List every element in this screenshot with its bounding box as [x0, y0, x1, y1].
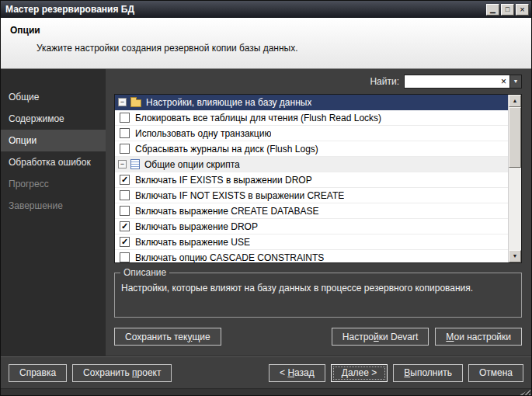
window-frame-bottom	[1, 388, 531, 395]
page-title: Опции	[10, 25, 522, 36]
execute-button[interactable]: Выполнить	[393, 364, 463, 382]
script-icon	[130, 159, 140, 169]
option-row[interactable]: ✓ Включать выражение DROP	[115, 219, 508, 234]
sidebar-item-content[interactable]: Содержимое	[1, 108, 106, 130]
option-row[interactable]: ✓ Блокировать все таблицы для чтения (Fl…	[115, 110, 508, 126]
option-group-database[interactable]: − Настройки, влияющие на базу данных	[115, 95, 508, 110]
collapse-icon[interactable]: −	[118, 98, 127, 106]
options-page: Найти: × ▼ − Настройки, влияющие на базу…	[106, 69, 531, 356]
option-label: Включать выражение CREATE DATABASE	[135, 206, 319, 217]
cancel-button[interactable]: Отмена	[468, 364, 523, 382]
option-row[interactable]: ✓ Включать IF NOT EXISTS в выражении CRE…	[115, 188, 508, 203]
option-row[interactable]: ✓ Использовать одну транзакцию	[115, 126, 508, 141]
check-icon: ✓	[120, 222, 129, 231]
option-row[interactable]: ✓ Включать IF EXISTS в выражении DROP	[115, 172, 508, 188]
group-label: Настройки, влияющие на базу данных	[146, 97, 311, 108]
dialog-window: Мастер резервирования БД ▁ □ × Опции Ука…	[0, 0, 532, 396]
sidebar-item-error-handling[interactable]: Обработка ошибок	[1, 151, 106, 173]
description-title: Описание	[120, 267, 169, 278]
option-group-script[interactable]: − Общие опции скрипта	[115, 157, 508, 172]
options-list: − Настройки, влияющие на базу данных ✓ Б…	[114, 94, 522, 263]
option-label: Блокировать все таблицы для чтения (Flus…	[135, 113, 381, 123]
checkbox[interactable]: ✓	[120, 206, 130, 216]
checkbox[interactable]: ✓	[120, 237, 130, 247]
option-label: Сбрасывать журналы на диск (Flush Logs)	[135, 144, 318, 155]
minimize-button[interactable]: ▁	[486, 4, 499, 16]
title-bar[interactable]: Мастер резервирования БД ▁ □ ×	[1, 1, 531, 18]
option-label: Включать выражение USE	[135, 237, 250, 248]
scroll-up-icon[interactable]: ▲	[509, 95, 521, 107]
checkbox[interactable]: ✓	[120, 144, 130, 154]
collapse-icon[interactable]: −	[118, 160, 127, 168]
back-button[interactable]: < Назад	[269, 364, 325, 382]
search-input[interactable]	[405, 76, 498, 87]
option-label: Использовать одну транзакцию	[135, 128, 271, 139]
check-icon: ✓	[120, 238, 129, 246]
checkbox[interactable]: ✓	[120, 128, 130, 138]
devart-settings-button[interactable]: Настройки Devart	[332, 328, 429, 346]
scrollbar-track[interactable]	[509, 107, 521, 250]
checkbox[interactable]: ✓	[120, 252, 130, 262]
maximize-button[interactable]: □	[501, 4, 514, 16]
option-label: Включать IF NOT EXISTS в выражении CREAT…	[135, 190, 344, 201]
checkbox[interactable]: ✓	[120, 221, 130, 231]
next-button[interactable]: Далее >	[331, 364, 388, 382]
scrollbar-thumb[interactable]	[509, 107, 521, 168]
search-dropdown-icon[interactable]: ▼	[509, 75, 521, 88]
sidebar-item-general[interactable]: Общие	[1, 86, 106, 108]
option-label: Включать выражение DROP	[135, 221, 258, 232]
option-label: Включать IF EXISTS в выражении DROP	[135, 175, 312, 186]
scroll-down-icon[interactable]: ▼	[509, 250, 521, 262]
description-text: Настройки, которые влияют на базу данных…	[121, 283, 515, 294]
sidebar-item-progress[interactable]: Прогресс	[1, 173, 106, 195]
group-label: Общие опции скрипта	[144, 159, 240, 170]
search-combo: × ▼	[404, 75, 522, 89]
clear-search-icon[interactable]: ×	[498, 75, 509, 88]
option-row[interactable]: ✓ Включать опцию CASCADE CONSTRAINTS	[115, 250, 508, 262]
checkbox[interactable]: ✓	[120, 113, 130, 123]
check-icon: ✓	[120, 175, 129, 184]
vertical-scrollbar[interactable]: ▲ ▼	[508, 95, 521, 262]
description-groupbox: Описание Настройки, которые влияют на ба…	[114, 273, 522, 318]
help-button[interactable]: Справка	[9, 364, 67, 382]
sidebar-item-finish[interactable]: Завершение	[1, 195, 106, 217]
save-current-button[interactable]: Сохранить текущие	[114, 328, 221, 346]
option-row[interactable]: ✓ Включать выражение CREATE DATABASE	[115, 203, 508, 219]
page-subtitle: Укажите настройки создания резервной коп…	[37, 43, 522, 54]
wizard-header: Опции Укажите настройки создания резервн…	[1, 18, 531, 69]
window-title: Мастер резервирования БД	[5, 4, 485, 15]
resize-grip[interactable]	[520, 389, 530, 395]
search-label: Найти:	[370, 76, 399, 87]
sidebar-item-options[interactable]: Опции	[1, 130, 106, 151]
wizard-footer: Справка Сохранить проект < Назад Далее >…	[1, 357, 531, 388]
checkbox[interactable]: ✓	[120, 175, 130, 185]
folder-icon	[130, 99, 141, 107]
save-project-button[interactable]: Сохранить проект	[72, 364, 172, 382]
close-button[interactable]: ×	[516, 4, 529, 16]
wizard-steps-sidebar: Общие Содержимое Опции Обработка ошибок …	[1, 69, 106, 356]
checkbox[interactable]: ✓	[120, 190, 130, 200]
option-label: Включать опцию CASCADE CONSTRAINTS	[135, 252, 324, 263]
option-row[interactable]: ✓ Включать выражение USE	[115, 234, 508, 250]
option-row[interactable]: ✓ Сбрасывать журналы на диск (Flush Logs…	[115, 141, 508, 157]
my-settings-button[interactable]: Мои настройки	[435, 328, 522, 346]
